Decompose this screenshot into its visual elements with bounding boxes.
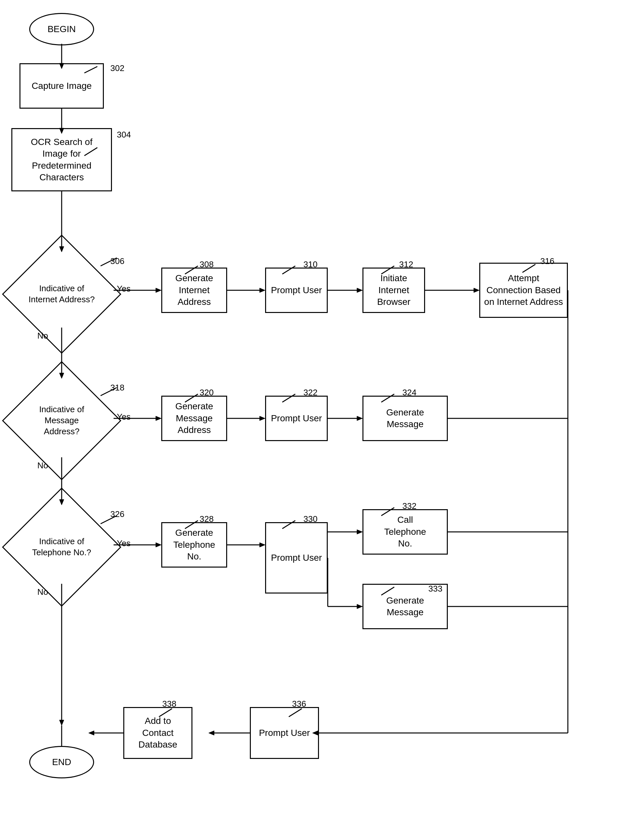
prompt-user-330-node: Prompt User — [265, 522, 328, 594]
label-324: 324 — [402, 388, 416, 398]
svg-marker-34 — [357, 604, 362, 609]
begin-node: BEGIN — [29, 13, 94, 46]
label-338: 338 — [162, 699, 176, 709]
label-332: 332 — [402, 501, 416, 511]
svg-marker-21 — [357, 416, 362, 421]
generate-message-324-label: GenerateMessage — [386, 407, 424, 430]
svg-marker-27 — [156, 543, 161, 547]
add-contact-node: Add toContactDatabase — [123, 707, 192, 759]
label-310: 310 — [304, 259, 317, 270]
flowchart: BEGIN Capture Image 302 OCR Search of Im… — [0, 0, 636, 840]
label-318: 318 — [110, 383, 124, 393]
svg-marker-31 — [357, 530, 362, 534]
generate-internet-label: GenerateInternetAddress — [175, 272, 213, 308]
label-326: 326 — [110, 509, 124, 519]
prompt-user-336-node: Prompt User — [250, 707, 319, 759]
no-label-306: No — [37, 331, 48, 341]
prompt-user-322-node: Prompt User — [265, 396, 328, 441]
generate-telephone-node: GenerateTelephoneNo. — [161, 522, 227, 568]
label-336: 336 — [292, 699, 306, 709]
svg-marker-11 — [357, 288, 362, 292]
no-label-326: No — [37, 587, 48, 597]
prompt-user-336-label: Prompt User — [259, 727, 310, 739]
prompt-user-330-label: Prompt User — [271, 552, 322, 564]
prompt-user-310-label: Prompt User — [271, 284, 322, 296]
svg-marker-17 — [156, 416, 161, 421]
label-316: 316 — [540, 256, 554, 266]
yes-label-306: Yes — [117, 284, 130, 294]
prompt-user-310-node: Prompt User — [265, 268, 328, 313]
diamond-326: Indicative ofTelephone No.? — [2, 488, 121, 607]
label-312: 312 — [399, 259, 413, 270]
label-328: 328 — [199, 514, 214, 524]
label-322: 322 — [304, 388, 317, 398]
svg-marker-7 — [156, 288, 161, 292]
svg-marker-29 — [259, 543, 265, 547]
capture-image-label: Capture Image — [32, 80, 92, 92]
label-304: 304 — [117, 130, 131, 140]
svg-marker-42 — [59, 720, 64, 726]
begin-label: BEGIN — [47, 23, 76, 35]
svg-marker-19 — [259, 416, 265, 421]
no-label-318: No — [37, 461, 48, 471]
generate-message-333-label: GenerateMessage — [386, 595, 424, 619]
prompt-user-322-label: Prompt User — [271, 412, 322, 424]
label-308: 308 — [199, 259, 214, 270]
ocr-search-node: OCR Search of Image for Predetermined Ch… — [11, 128, 112, 191]
add-contact-label: Add toContactDatabase — [139, 715, 177, 750]
diamond-318: Indicative ofMessageAddress? — [2, 361, 121, 480]
attempt-connection-node: AttemptConnection Basedon Internet Addre… — [479, 263, 568, 318]
label-302: 302 — [110, 63, 124, 73]
label-320: 320 — [199, 388, 214, 398]
generate-message-324-node: GenerateMessage — [362, 396, 448, 441]
generate-message-addr-node: GenerateMessageAddress — [161, 396, 227, 441]
label-306: 306 — [110, 256, 124, 266]
label-330: 330 — [304, 514, 317, 524]
call-telephone-label: CallTelephoneNo. — [384, 514, 426, 549]
initiate-browser-label: InitiateInternetBrowser — [377, 272, 410, 308]
ocr-search-label: OCR Search of Image for Predetermined Ch… — [31, 136, 92, 183]
generate-internet-node: GenerateInternetAddress — [161, 268, 227, 313]
end-node: END — [29, 746, 94, 778]
diamond-326-label: Indicative ofTelephone No.? — [32, 536, 91, 558]
yes-label-318: Yes — [117, 412, 130, 422]
attempt-connection-label: AttemptConnection Basedon Internet Addre… — [484, 272, 563, 308]
call-telephone-node: CallTelephoneNo. — [362, 509, 448, 554]
end-label: END — [52, 756, 71, 768]
svg-marker-13 — [474, 288, 479, 292]
diamond-306: Indicative ofInternet Address? — [2, 234, 121, 354]
generate-telephone-label: GenerateTelephoneNo. — [173, 527, 215, 562]
yes-label-326: Yes — [117, 538, 130, 548]
svg-marker-46 — [89, 731, 94, 735]
capture-image-node: Capture Image — [19, 63, 104, 109]
initiate-browser-node: InitiateInternetBrowser — [362, 268, 425, 313]
generate-message-addr-label: GenerateMessageAddress — [175, 401, 213, 436]
label-333: 333 — [428, 584, 442, 594]
svg-marker-9 — [259, 288, 265, 292]
svg-marker-44 — [209, 731, 214, 735]
diamond-306-label: Indicative ofInternet Address? — [28, 283, 95, 305]
diamond-318-label: Indicative ofMessageAddress? — [39, 404, 84, 437]
